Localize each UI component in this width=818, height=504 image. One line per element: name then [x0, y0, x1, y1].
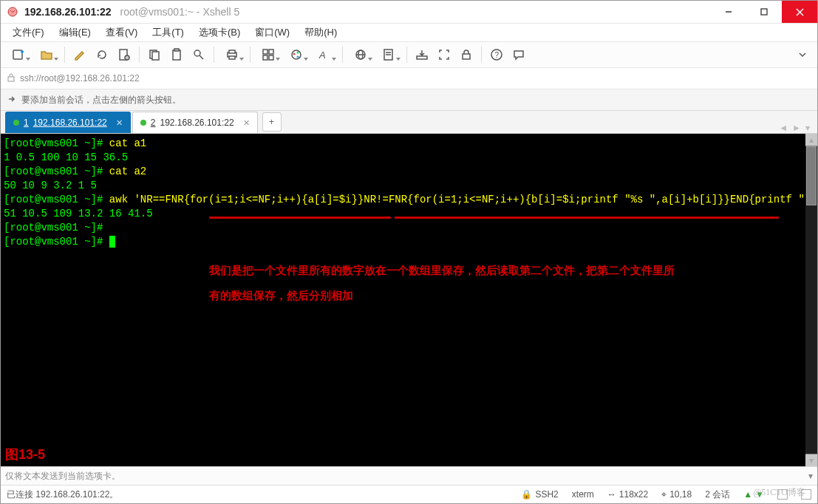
tab-close-icon[interactable]: ✕ [243, 118, 250, 128]
cursor-icon: ⌖ [661, 489, 667, 500]
properties-button[interactable] [114, 44, 134, 65]
transfer-button[interactable] [412, 44, 432, 65]
terminal-line: 1 0.5 100 10 15 36.5 [4, 151, 801, 165]
svg-rect-2 [761, 9, 767, 15]
svg-rect-12 [173, 50, 180, 60]
svg-point-24 [293, 53, 296, 55]
terminal-line: [root@vms001 ~]# awk 'NR==FNR{for(i=1;i<… [4, 193, 801, 207]
titlebar: 192.168.26.101:22 root@vms001:~ - Xshell… [1, 1, 817, 24]
send-bar[interactable]: 仅将文本发送到当前选项卡。 ▾ [1, 466, 817, 485]
minimize-button[interactable] [711, 1, 746, 23]
globe-button[interactable] [347, 44, 374, 65]
tab-label: 192.168.26.101:22 [33, 118, 107, 128]
terminal-line: [root@vms001 ~]# [4, 221, 801, 235]
terminal[interactable]: [root@vms001 ~]# cat a11 0.5 100 10 15 3… [1, 134, 805, 466]
send-bar-text: 仅将文本发送到当前选项卡。 [5, 470, 120, 483]
svg-point-26 [297, 56, 299, 58]
status-connection: 已连接 192.168.26.101:22。 [7, 488, 118, 501]
svg-rect-35 [463, 54, 470, 59]
svg-point-25 [297, 52, 299, 54]
font-button[interactable]: A [311, 44, 338, 65]
menu-tools[interactable]: 工具(T) [146, 24, 190, 41]
underline-annotation [395, 217, 779, 219]
tab-menu-icon[interactable]: ▾ [805, 123, 810, 133]
session-tab-2[interactable]: 2 192.168.26.101:22 ✕ [132, 112, 258, 133]
arrow-icon[interactable] [7, 94, 17, 106]
toolbar-dropdown[interactable] [792, 44, 813, 65]
tab-prev-icon[interactable]: ◄ [779, 123, 788, 133]
scrollbar[interactable]: ▴ ▾ [805, 134, 817, 466]
chat-button[interactable] [508, 44, 529, 65]
svg-point-14 [194, 50, 200, 56]
status-num [801, 489, 811, 500]
reconnect-button[interactable] [92, 44, 112, 65]
terminal-area: [root@vms001 ~]# cat a11 0.5 100 10 15 3… [1, 134, 817, 466]
toolbar-separator [139, 47, 140, 63]
session-tab-1[interactable]: 1 192.168.26.101:22 ✕ [5, 112, 131, 133]
svg-point-9 [125, 55, 129, 60]
info-text: 要添加当前会话，点击左侧的箭头按钮。 [21, 94, 181, 106]
resize-icon: ↔ [607, 489, 616, 500]
status-bar: 已连接 192.168.26.101:22。 🔒SSH2 xterm ↔118x… [1, 485, 817, 503]
app-icon [7, 6, 18, 18]
maximize-button[interactable] [746, 1, 782, 23]
open-button[interactable] [33, 44, 60, 65]
up-icon: ▲ [743, 489, 752, 500]
terminal-annotation: 我们是把一个文件里所有的数字放在一个数组里保存，然后读取第二个文件，把第二个文件… [209, 258, 675, 308]
status-term: xterm [572, 489, 594, 500]
lock-small-icon: 🔒 [521, 489, 532, 500]
status-cap [777, 489, 788, 500]
svg-rect-17 [229, 50, 235, 53]
lock-button[interactable] [456, 44, 477, 65]
toolbar-separator [342, 47, 343, 63]
svg-rect-34 [417, 56, 427, 59]
tab-close-icon[interactable]: ✕ [116, 118, 123, 128]
tab-next-icon[interactable]: ► [792, 123, 801, 133]
svg-rect-38 [8, 77, 14, 81]
paste-button[interactable] [166, 44, 187, 65]
send-bar-dropdown-icon[interactable]: ▾ [808, 471, 813, 481]
svg-rect-11 [152, 52, 159, 60]
svg-text:?: ? [495, 51, 500, 59]
status-ssh: 🔒SSH2 [521, 489, 558, 500]
scroll-up-icon[interactable]: ▴ [805, 134, 817, 146]
svg-rect-20 [269, 50, 273, 54]
menu-view[interactable]: 查看(V) [100, 24, 143, 41]
help-button[interactable]: ? [486, 44, 507, 65]
menu-edit[interactable]: 编辑(E) [53, 24, 97, 41]
menu-file[interactable]: 文件(F) [7, 24, 50, 41]
menu-tabs[interactable]: 选项卡(B) [193, 24, 246, 41]
down-icon: ▼ [755, 489, 764, 500]
toolbar-separator [406, 47, 407, 63]
underline-annotation [209, 217, 391, 219]
fullscreen-button[interactable] [434, 44, 454, 65]
terminal-line: [root@vms001 ~]# cat a2 [4, 165, 801, 179]
scroll-down-icon[interactable]: ▾ [805, 454, 817, 466]
compose-button[interactable] [69, 44, 90, 65]
close-button[interactable] [782, 1, 817, 23]
find-button[interactable] [188, 44, 209, 65]
script-button[interactable] [375, 44, 402, 65]
app-window: 192.168.26.101:22 root@vms001:~ - Xshell… [0, 0, 818, 504]
tab-num: 2 [151, 118, 156, 128]
color-button[interactable] [283, 44, 310, 65]
print-button[interactable] [219, 44, 245, 65]
copy-button[interactable] [144, 44, 165, 65]
menu-window[interactable]: 窗口(W) [249, 24, 296, 41]
status-size: ↔118x22 [607, 489, 648, 500]
tab-add-button[interactable]: + [262, 112, 282, 132]
terminal-line: 50 10 9 3.2 1 5 [4, 179, 801, 193]
svg-rect-18 [229, 56, 235, 59]
scroll-track[interactable] [805, 146, 817, 454]
terminal-line: [root@vms001 ~]# [4, 235, 801, 249]
address-bar[interactable]: ssh://root@192.168.26.101:22 [1, 68, 817, 89]
svg-rect-19 [263, 50, 267, 54]
svg-line-15 [200, 55, 203, 59]
new-session-button[interactable] [5, 44, 32, 65]
tile-button[interactable] [255, 44, 282, 65]
address-text: ssh://root@192.168.26.101:22 [20, 73, 140, 84]
info-bar: 要添加当前会话，点击左侧的箭头按钮。 [1, 89, 817, 111]
menu-help[interactable]: 帮助(H) [299, 24, 343, 41]
scroll-thumb[interactable] [806, 146, 817, 205]
toolbar-separator [481, 47, 482, 63]
